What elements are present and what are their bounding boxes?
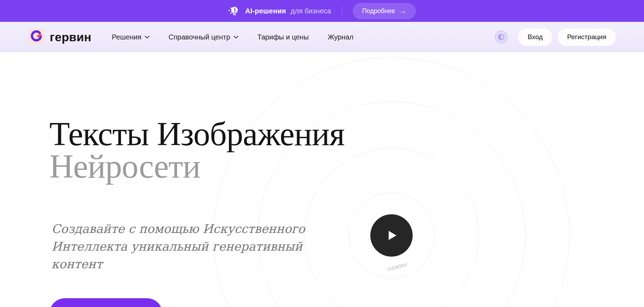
brand-logo[interactable]: гервин <box>28 28 91 46</box>
arrow-right-icon: → <box>399 7 406 14</box>
nav-actions: Вход Регистрация <box>495 29 616 46</box>
signup-button[interactable]: Регистрация <box>558 29 616 46</box>
chevron-down-icon <box>233 36 238 39</box>
video-play-button[interactable] <box>370 214 413 257</box>
start-now-button[interactable]: Начать сейчас → <box>49 298 163 307</box>
banner-more-label: Подробнее <box>362 7 395 15</box>
nav-item-label: Справочный центр <box>169 33 230 41</box>
brand-wordmark: гервин <box>50 30 91 44</box>
nav-item-journal[interactable]: Журнал <box>328 33 353 41</box>
tagline-line: Интеллекта уникальный генеративный <box>51 238 305 255</box>
banner-divider <box>342 6 342 16</box>
nav-item-help-center[interactable]: Справочный центр <box>169 33 238 41</box>
hero-title: Тексты Изображения Нейросети <box>49 118 345 183</box>
nav-item-solutions[interactable]: Решения <box>112 33 150 41</box>
hero-tagline: Создавайте с помощью Искусственного Инте… <box>51 220 305 273</box>
tagline-line: Создавайте с помощью Искусственного <box>51 220 305 238</box>
banner-highlight-text: AI-решения <box>245 7 286 15</box>
promo-banner: AI-решения для бизнеса Подробнее → <box>0 0 644 22</box>
top-navigation: гервин Решения Справочный центр Тарифы и… <box>0 22 644 52</box>
banner-subtext: для бизнеса <box>291 7 331 15</box>
nav-item-label: Журнал <box>328 33 353 41</box>
contrast-icon <box>498 33 505 41</box>
play-icon <box>388 230 397 241</box>
ai-lightbulb-icon <box>228 5 239 17</box>
theme-toggle-button[interactable] <box>495 31 508 43</box>
nav-item-label: Тарифы и цены <box>257 33 309 41</box>
hero-section: Тексты Изображения Нейросети Создавайте … <box>0 52 644 307</box>
nav-item-label: Решения <box>112 33 141 41</box>
hero-title-line2: Нейросети <box>49 150 345 183</box>
banner-more-button[interactable]: Подробнее → <box>353 3 416 19</box>
cta-row: Начать сейчас → Обучающие видео <box>49 298 255 307</box>
main-menu: Решения Справочный центр Тарифы и цены Ж… <box>112 33 353 41</box>
tagline-line: контент <box>51 255 305 273</box>
login-button[interactable]: Вход <box>518 29 552 46</box>
hero-title-line1: Тексты Изображения <box>49 115 345 153</box>
gerwin-logo-icon <box>28 28 44 46</box>
chevron-down-icon <box>145 36 150 39</box>
nav-item-pricing[interactable]: Тарифы и цены <box>257 33 309 41</box>
